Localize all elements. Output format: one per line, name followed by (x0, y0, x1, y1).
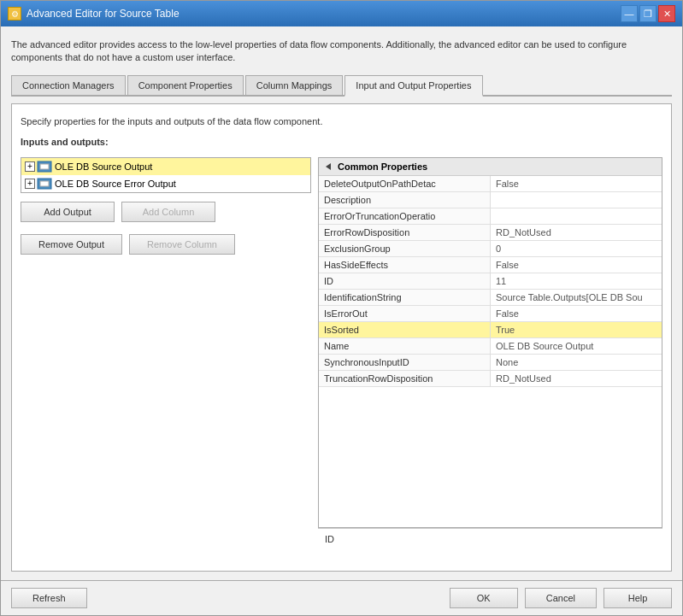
prop-name-1: Description (319, 191, 491, 208)
prop-value-11: None (491, 354, 662, 370)
title-bar-left: ⚙ Advanced Editor for Source Table (8, 7, 180, 21)
prop-row-0[interactable]: DeleteOutputOnPathDetacFalse (319, 176, 662, 192)
prop-name-2: ErrorOrTruncationOperatio (319, 208, 491, 224)
window-icon: ⚙ (8, 7, 21, 21)
expand-icon-1[interactable]: + (25, 161, 35, 172)
title-bar: ⚙ Advanced Editor for Source Table — ❐ ✕ (1, 1, 682, 26)
prop-name-4: ExclusionGroup (319, 240, 491, 256)
prop-name-6: ID (319, 273, 491, 289)
tree-item-ole-db-source-error-output[interactable]: + OLE DB Source Error Output (21, 175, 310, 192)
node-icon-2 (37, 178, 52, 190)
tab-component-properties[interactable]: Component Properties (127, 75, 244, 95)
prop-name-10: Name (319, 337, 491, 354)
prop-value-9: True (491, 321, 662, 337)
ok-button[interactable]: OK (450, 588, 518, 608)
tab-connection-managers[interactable]: Connection Managers (11, 75, 126, 95)
split-container: + OLE DB Source Output + (21, 157, 662, 562)
prop-row-1[interactable]: Description (319, 191, 662, 208)
restore-button[interactable]: ❐ (639, 5, 657, 22)
add-output-button[interactable]: Add Output (21, 202, 115, 222)
id-section-label: ID (325, 534, 334, 544)
properties-table: DeleteOutputOnPathDetacFalseDescriptionE… (319, 176, 662, 387)
prop-name-8: IsErrorOut (319, 305, 491, 321)
prop-row-9[interactable]: IsSortedTrue (319, 321, 662, 337)
title-controls: — ❐ ✕ (621, 5, 675, 22)
prop-value-7: Source Table.Outputs[OLE DB Sou (491, 289, 662, 305)
prop-value-3: RD_NotUsed (491, 224, 662, 240)
svg-rect-3 (40, 181, 49, 186)
prop-value-6: 11 (491, 273, 662, 289)
main-panel: Specify properties for the inputs and ou… (11, 103, 672, 572)
tabs-container: Connection Managers Component Properties… (11, 75, 672, 97)
description-text: The advanced editor provides access to t… (11, 35, 672, 68)
prop-value-2 (491, 208, 662, 224)
main-window: ⚙ Advanced Editor for Source Table — ❐ ✕… (0, 0, 683, 616)
content-area: The advanced editor provides access to t… (1, 26, 682, 580)
tree-buttons-row-1: Add Output Add Column (21, 198, 311, 226)
common-properties-header: Common Properties (319, 158, 662, 176)
window-title: Advanced Editor for Source Table (26, 8, 180, 20)
minimize-button[interactable]: — (621, 5, 638, 22)
prop-row-7[interactable]: IdentificationStringSource Table.Outputs… (319, 289, 662, 305)
prop-name-12: TruncationRowDisposition (319, 370, 491, 386)
panel-description: Specify properties for the inputs and ou… (21, 113, 662, 130)
refresh-button[interactable]: Refresh (11, 588, 87, 608)
prop-value-1 (491, 191, 662, 208)
prop-row-12[interactable]: TruncationRowDispositionRD_NotUsed (319, 370, 662, 386)
right-panel: Common Properties DeleteOutputOnPathDeta… (318, 157, 662, 562)
tree-buttons-row-2: Remove Output Remove Column (21, 231, 311, 258)
prop-name-9: IsSorted (319, 321, 491, 337)
io-label: Inputs and outputs: (21, 137, 662, 147)
add-column-button[interactable]: Add Column (121, 202, 215, 222)
tree-item-label-1: OLE DB Source Output (55, 161, 152, 172)
prop-row-5[interactable]: HasSideEffectsFalse (319, 256, 662, 273)
tree-item-label-2: OLE DB Source Error Output (55, 179, 176, 189)
prop-row-6[interactable]: ID11 (319, 273, 662, 289)
prop-name-11: SynchronousInputID (319, 354, 491, 370)
prop-value-0: False (491, 176, 662, 192)
left-panel: + OLE DB Source Output + (21, 157, 311, 562)
prop-row-3[interactable]: ErrorRowDispositionRD_NotUsed (319, 224, 662, 240)
svg-rect-1 (40, 164, 49, 169)
help-button[interactable]: Help (604, 588, 672, 608)
footer-bar: Refresh OK Cancel Help (1, 580, 682, 615)
tree-panel: + OLE DB Source Output + (21, 157, 311, 193)
prop-row-8[interactable]: IsErrorOutFalse (319, 305, 662, 321)
expand-icon-2[interactable]: + (25, 179, 35, 189)
prop-row-10[interactable]: NameOLE DB Source Output (319, 337, 662, 354)
tab-column-mappings[interactable]: Column Mappings (245, 75, 344, 95)
prop-name-7: IdentificationString (319, 289, 491, 305)
footer-left: Refresh (11, 588, 87, 608)
prop-value-12: RD_NotUsed (491, 370, 662, 386)
prop-name-0: DeleteOutputOnPathDetac (319, 176, 491, 192)
collapse-icon (326, 163, 331, 170)
node-icon-1 (37, 161, 52, 173)
prop-row-4[interactable]: ExclusionGroup0 (319, 240, 662, 256)
common-properties-title: Common Properties (338, 161, 427, 172)
prop-value-10: OLE DB Source Output (491, 337, 662, 354)
close-button[interactable]: ✕ (658, 5, 675, 22)
remove-output-button[interactable]: Remove Output (21, 234, 122, 255)
prop-name-3: ErrorRowDisposition (319, 224, 491, 240)
tree-item-ole-db-source-output[interactable]: + OLE DB Source Output (21, 158, 310, 175)
id-section: ID (318, 528, 662, 562)
prop-row-11[interactable]: SynchronousInputIDNone (319, 354, 662, 370)
prop-value-5: False (491, 256, 662, 273)
prop-value-4: 0 (491, 240, 662, 256)
prop-name-5: HasSideEffects (319, 256, 491, 273)
prop-value-8: False (491, 305, 662, 321)
cancel-button[interactable]: Cancel (525, 588, 597, 608)
properties-panel: Common Properties DeleteOutputOnPathDeta… (318, 157, 662, 528)
prop-row-2[interactable]: ErrorOrTruncationOperatio (319, 208, 662, 224)
tab-input-output-properties[interactable]: Input and Output Properties (344, 75, 482, 97)
footer-right: OK Cancel Help (450, 588, 672, 608)
remove-column-button[interactable]: Remove Column (129, 234, 235, 255)
